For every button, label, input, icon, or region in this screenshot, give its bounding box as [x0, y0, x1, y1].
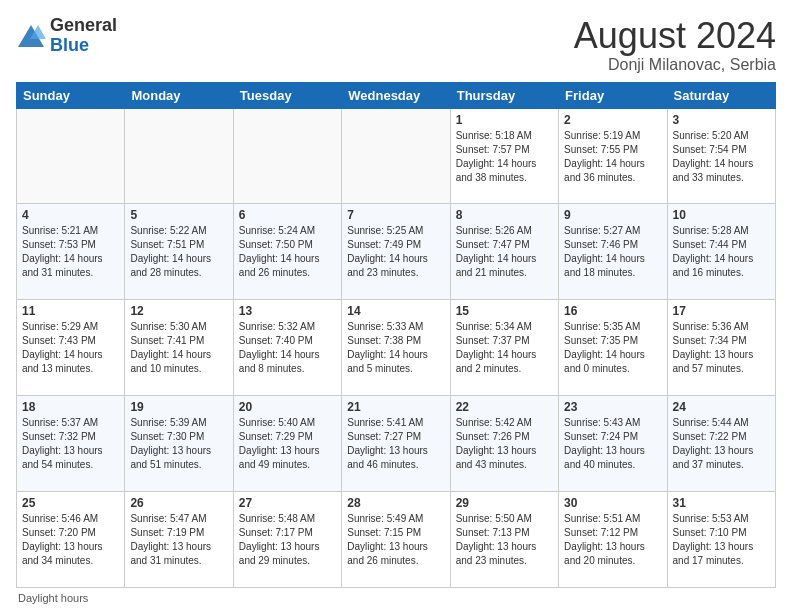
day-number: 9 [564, 208, 661, 222]
day-number: 3 [673, 113, 770, 127]
calendar-cell: 4Sunrise: 5:21 AM Sunset: 7:53 PM Daylig… [17, 204, 125, 300]
day-number: 8 [456, 208, 553, 222]
calendar-cell: 17Sunrise: 5:36 AM Sunset: 7:34 PM Dayli… [667, 300, 775, 396]
calendar-header-saturday: Saturday [667, 82, 775, 108]
day-info: Sunrise: 5:22 AM Sunset: 7:51 PM Dayligh… [130, 224, 227, 280]
calendar-cell [125, 108, 233, 204]
day-number: 23 [564, 400, 661, 414]
day-number: 24 [673, 400, 770, 414]
day-info: Sunrise: 5:41 AM Sunset: 7:27 PM Dayligh… [347, 416, 444, 472]
calendar-cell: 21Sunrise: 5:41 AM Sunset: 7:27 PM Dayli… [342, 396, 450, 492]
calendar-cell: 3Sunrise: 5:20 AM Sunset: 7:54 PM Daylig… [667, 108, 775, 204]
day-number: 28 [347, 496, 444, 510]
day-info: Sunrise: 5:27 AM Sunset: 7:46 PM Dayligh… [564, 224, 661, 280]
day-number: 13 [239, 304, 336, 318]
day-info: Sunrise: 5:49 AM Sunset: 7:15 PM Dayligh… [347, 512, 444, 568]
day-number: 10 [673, 208, 770, 222]
day-info: Sunrise: 5:24 AM Sunset: 7:50 PM Dayligh… [239, 224, 336, 280]
calendar-header-sunday: Sunday [17, 82, 125, 108]
day-number: 11 [22, 304, 119, 318]
calendar-cell: 13Sunrise: 5:32 AM Sunset: 7:40 PM Dayli… [233, 300, 341, 396]
calendar-cell: 28Sunrise: 5:49 AM Sunset: 7:15 PM Dayli… [342, 492, 450, 588]
calendar-cell: 5Sunrise: 5:22 AM Sunset: 7:51 PM Daylig… [125, 204, 233, 300]
day-number: 14 [347, 304, 444, 318]
day-number: 29 [456, 496, 553, 510]
day-info: Sunrise: 5:30 AM Sunset: 7:41 PM Dayligh… [130, 320, 227, 376]
calendar-header-tuesday: Tuesday [233, 82, 341, 108]
day-info: Sunrise: 5:19 AM Sunset: 7:55 PM Dayligh… [564, 129, 661, 185]
day-number: 1 [456, 113, 553, 127]
logo-blue-text: Blue [50, 36, 117, 56]
calendar-cell: 22Sunrise: 5:42 AM Sunset: 7:26 PM Dayli… [450, 396, 558, 492]
calendar-cell: 18Sunrise: 5:37 AM Sunset: 7:32 PM Dayli… [17, 396, 125, 492]
calendar-week-4: 18Sunrise: 5:37 AM Sunset: 7:32 PM Dayli… [17, 396, 776, 492]
calendar-cell: 27Sunrise: 5:48 AM Sunset: 7:17 PM Dayli… [233, 492, 341, 588]
day-info: Sunrise: 5:51 AM Sunset: 7:12 PM Dayligh… [564, 512, 661, 568]
day-info: Sunrise: 5:25 AM Sunset: 7:49 PM Dayligh… [347, 224, 444, 280]
footer-label: Daylight hours [18, 592, 88, 604]
calendar-cell: 10Sunrise: 5:28 AM Sunset: 7:44 PM Dayli… [667, 204, 775, 300]
calendar-cell [233, 108, 341, 204]
calendar-cell: 2Sunrise: 5:19 AM Sunset: 7:55 PM Daylig… [559, 108, 667, 204]
calendar-header-friday: Friday [559, 82, 667, 108]
day-number: 21 [347, 400, 444, 414]
day-number: 25 [22, 496, 119, 510]
calendar-cell [342, 108, 450, 204]
calendar-cell: 25Sunrise: 5:46 AM Sunset: 7:20 PM Dayli… [17, 492, 125, 588]
day-number: 7 [347, 208, 444, 222]
day-info: Sunrise: 5:21 AM Sunset: 7:53 PM Dayligh… [22, 224, 119, 280]
day-info: Sunrise: 5:37 AM Sunset: 7:32 PM Dayligh… [22, 416, 119, 472]
logo-icon [16, 21, 46, 51]
day-info: Sunrise: 5:53 AM Sunset: 7:10 PM Dayligh… [673, 512, 770, 568]
day-number: 4 [22, 208, 119, 222]
calendar-header-row: SundayMondayTuesdayWednesdayThursdayFrid… [17, 82, 776, 108]
day-info: Sunrise: 5:39 AM Sunset: 7:30 PM Dayligh… [130, 416, 227, 472]
day-number: 17 [673, 304, 770, 318]
calendar-cell: 6Sunrise: 5:24 AM Sunset: 7:50 PM Daylig… [233, 204, 341, 300]
day-number: 31 [673, 496, 770, 510]
day-number: 30 [564, 496, 661, 510]
day-info: Sunrise: 5:50 AM Sunset: 7:13 PM Dayligh… [456, 512, 553, 568]
header: General Blue August 2024 Donji Milanovac… [16, 16, 776, 74]
calendar-week-3: 11Sunrise: 5:29 AM Sunset: 7:43 PM Dayli… [17, 300, 776, 396]
day-info: Sunrise: 5:46 AM Sunset: 7:20 PM Dayligh… [22, 512, 119, 568]
day-info: Sunrise: 5:29 AM Sunset: 7:43 PM Dayligh… [22, 320, 119, 376]
day-info: Sunrise: 5:20 AM Sunset: 7:54 PM Dayligh… [673, 129, 770, 185]
calendar-cell: 8Sunrise: 5:26 AM Sunset: 7:47 PM Daylig… [450, 204, 558, 300]
calendar-cell: 20Sunrise: 5:40 AM Sunset: 7:29 PM Dayli… [233, 396, 341, 492]
calendar-cell: 26Sunrise: 5:47 AM Sunset: 7:19 PM Dayli… [125, 492, 233, 588]
day-number: 16 [564, 304, 661, 318]
day-info: Sunrise: 5:34 AM Sunset: 7:37 PM Dayligh… [456, 320, 553, 376]
calendar-week-1: 1Sunrise: 5:18 AM Sunset: 7:57 PM Daylig… [17, 108, 776, 204]
calendar-cell: 12Sunrise: 5:30 AM Sunset: 7:41 PM Dayli… [125, 300, 233, 396]
calendar-week-2: 4Sunrise: 5:21 AM Sunset: 7:53 PM Daylig… [17, 204, 776, 300]
calendar-cell: 29Sunrise: 5:50 AM Sunset: 7:13 PM Dayli… [450, 492, 558, 588]
calendar-cell: 15Sunrise: 5:34 AM Sunset: 7:37 PM Dayli… [450, 300, 558, 396]
calendar-cell: 24Sunrise: 5:44 AM Sunset: 7:22 PM Dayli… [667, 396, 775, 492]
calendar-cell: 16Sunrise: 5:35 AM Sunset: 7:35 PM Dayli… [559, 300, 667, 396]
day-info: Sunrise: 5:36 AM Sunset: 7:34 PM Dayligh… [673, 320, 770, 376]
day-number: 27 [239, 496, 336, 510]
day-number: 5 [130, 208, 227, 222]
day-info: Sunrise: 5:28 AM Sunset: 7:44 PM Dayligh… [673, 224, 770, 280]
day-info: Sunrise: 5:48 AM Sunset: 7:17 PM Dayligh… [239, 512, 336, 568]
day-info: Sunrise: 5:33 AM Sunset: 7:38 PM Dayligh… [347, 320, 444, 376]
day-number: 20 [239, 400, 336, 414]
day-number: 15 [456, 304, 553, 318]
day-info: Sunrise: 5:26 AM Sunset: 7:47 PM Dayligh… [456, 224, 553, 280]
day-number: 26 [130, 496, 227, 510]
calendar-cell: 9Sunrise: 5:27 AM Sunset: 7:46 PM Daylig… [559, 204, 667, 300]
calendar-header-wednesday: Wednesday [342, 82, 450, 108]
calendar-cell: 30Sunrise: 5:51 AM Sunset: 7:12 PM Dayli… [559, 492, 667, 588]
day-number: 2 [564, 113, 661, 127]
day-info: Sunrise: 5:35 AM Sunset: 7:35 PM Dayligh… [564, 320, 661, 376]
day-info: Sunrise: 5:32 AM Sunset: 7:40 PM Dayligh… [239, 320, 336, 376]
title-block: August 2024 Donji Milanovac, Serbia [574, 16, 776, 74]
calendar-header-monday: Monday [125, 82, 233, 108]
day-number: 6 [239, 208, 336, 222]
day-number: 19 [130, 400, 227, 414]
day-info: Sunrise: 5:42 AM Sunset: 7:26 PM Dayligh… [456, 416, 553, 472]
day-number: 18 [22, 400, 119, 414]
page: General Blue August 2024 Donji Milanovac… [0, 0, 792, 612]
calendar-table: SundayMondayTuesdayWednesdayThursdayFrid… [16, 82, 776, 588]
